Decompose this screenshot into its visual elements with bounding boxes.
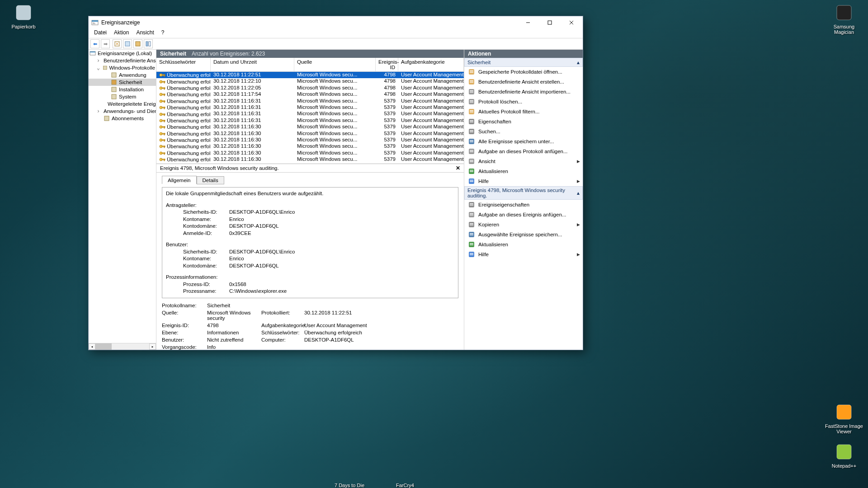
action-item[interactable]: Ausgewählte Ereignisse speichern... xyxy=(464,230,583,239)
svg-rect-123 xyxy=(470,244,473,245)
tree-horizontal-scrollbar[interactable]: ◂▸ xyxy=(89,343,156,350)
svg-rect-90 xyxy=(470,122,473,122)
table-row[interactable]: Überwachung erfolgre...30.12.2018 11:16:… xyxy=(156,111,464,117)
action-item[interactable]: Protokoll löschen... xyxy=(464,97,583,107)
tab-details[interactable]: Details xyxy=(197,176,224,184)
table-row[interactable]: Überwachung erfolgre...30.12.2018 11:16:… xyxy=(156,150,464,156)
svg-rect-80 xyxy=(470,90,473,91)
svg-rect-45 xyxy=(164,107,165,109)
faststone-icon xyxy=(834,402,854,422)
action-item[interactable]: Hilfe▶ xyxy=(464,249,583,259)
taskbar-item[interactable]: 7 Days to Die xyxy=(335,483,364,488)
col-eventid[interactable]: Ereignis-ID xyxy=(376,58,398,71)
maximize-button[interactable] xyxy=(540,16,559,29)
tab-general[interactable]: Allgemein xyxy=(162,176,197,184)
action-item[interactable]: Kopieren▶ xyxy=(464,220,583,230)
tree-root[interactable]: Ereignisanzeige (Lokal) xyxy=(89,50,156,57)
taskbar-item[interactable]: FarCry4 xyxy=(396,483,414,488)
menu-view[interactable]: Ansicht xyxy=(133,29,157,38)
action-item[interactable]: Aktualisieren xyxy=(464,166,583,176)
action-item[interactable]: Ereigniseigenschaften xyxy=(464,200,583,210)
menu-file[interactable]: Datei xyxy=(91,29,110,38)
action-item[interactable]: Aufgabe an dieses Protokoll anfügen... xyxy=(464,146,583,156)
action-icon xyxy=(468,158,475,165)
svg-rect-122 xyxy=(470,243,473,244)
detail-close-icon[interactable]: ✕ xyxy=(456,165,460,171)
tree-item[interactable]: Sicherheit xyxy=(89,79,156,86)
table-row[interactable]: Überwachung erfolgre...30.12.2018 11:16:… xyxy=(156,137,464,143)
expand-icon[interactable]: › xyxy=(97,108,100,114)
expand-icon[interactable]: ⌄ xyxy=(97,65,101,71)
menu-action[interactable]: Aktion xyxy=(111,29,132,38)
toolbar-btn-4[interactable] xyxy=(144,39,153,48)
desktop-icon-notepadpp[interactable]: Notepad++ xyxy=(825,442,863,469)
close-button[interactable] xyxy=(562,16,581,29)
action-item[interactable]: Hilfe▶ xyxy=(464,176,583,186)
table-row[interactable]: Überwachung erfolgre...30.12.2018 11:22:… xyxy=(156,85,464,91)
action-item[interactable]: Aktualisieren xyxy=(464,239,583,249)
table-row[interactable]: Überwachung erfolgre...30.12.2018 11:16:… xyxy=(156,156,464,163)
table-row[interactable]: Überwachung erfolgre...30.12.2018 11:16:… xyxy=(156,131,464,137)
action-item[interactable]: Eigenschaften xyxy=(464,117,583,127)
menu-help[interactable]: ? xyxy=(158,29,168,38)
tree-item[interactable]: Abonnements xyxy=(89,115,156,122)
svg-rect-108 xyxy=(470,181,473,182)
tree-item[interactable]: ⌄Windows-Protokolle xyxy=(89,64,156,71)
table-row[interactable]: Überwachung erfolgre...30.12.2018 11:16:… xyxy=(156,163,464,164)
table-row[interactable]: Überwachung erfolgre...30.12.2018 11:22:… xyxy=(156,78,464,84)
action-item[interactable]: Ansicht▶ xyxy=(464,156,583,166)
key-icon xyxy=(159,150,165,156)
svg-rect-87 xyxy=(470,112,473,113)
svg-rect-48 xyxy=(164,114,165,116)
forward-button[interactable]: ➡ xyxy=(101,39,110,48)
expand-icon[interactable]: › xyxy=(97,57,100,64)
table-row[interactable]: Überwachung erfolgre...30.12.2018 11:22:… xyxy=(156,72,464,78)
tree-item[interactable]: Anwendung xyxy=(89,71,156,79)
action-item[interactable]: Alle Ereignisse speichern unter... xyxy=(464,136,583,146)
action-item[interactable]: Benutzerdefinierte Ansicht erstellen... xyxy=(464,77,583,87)
grid-body[interactable]: Überwachung erfolgre...30.12.2018 11:22:… xyxy=(156,72,464,164)
svg-rect-78 xyxy=(470,82,473,83)
table-row[interactable]: Überwachung erfolgre...30.12.2018 11:16:… xyxy=(156,124,464,130)
tree-item[interactable]: Weitergeleitete Ereignisse xyxy=(89,100,156,108)
table-row[interactable]: Überwachung erfolgre...30.12.2018 11:16:… xyxy=(156,117,464,124)
tree-item[interactable]: Installation xyxy=(89,86,156,93)
tree-item[interactable]: System xyxy=(89,93,156,100)
desktop-icon-samsung-magician[interactable]: Samsung Magician xyxy=(825,3,863,35)
tree-item[interactable]: ›Benutzerdefinierte Ansichten xyxy=(89,57,156,64)
svg-rect-110 xyxy=(470,203,473,204)
svg-rect-111 xyxy=(470,205,473,206)
grid-header: Schlüsselwörter Datum und Uhrzeit Quelle… xyxy=(156,58,464,72)
col-keywords[interactable]: Schlüsselwörter xyxy=(156,58,211,71)
action-item[interactable]: Aufgabe an dieses Ereignis anfügen... xyxy=(464,210,583,220)
action-icon xyxy=(468,241,475,248)
tree-item[interactable]: ›Anwendungs- und Dienstprotokolle xyxy=(89,108,156,115)
table-row[interactable]: Überwachung erfolgre...30.12.2018 11:17:… xyxy=(156,91,464,98)
action-item[interactable]: Gespeicherte Protokolldatei öffnen... xyxy=(464,67,583,77)
actions-group-header[interactable]: Sicherheit▴ xyxy=(464,58,583,67)
back-button[interactable]: ⬅ xyxy=(90,39,99,48)
toolbar-btn-2[interactable] xyxy=(123,39,132,48)
svg-rect-81 xyxy=(470,92,473,93)
toolbar-btn-1[interactable] xyxy=(113,39,122,48)
action-item[interactable]: Aktuelles Protokoll filtern... xyxy=(464,107,583,117)
table-row[interactable]: Überwachung erfolgre...30.12.2018 11:16:… xyxy=(156,143,464,150)
desktop-icon-faststone[interactable]: FastStone Image Viewer xyxy=(825,402,863,434)
col-category[interactable]: Aufgabenkategorie xyxy=(398,58,464,71)
toolbar-btn-3[interactable] xyxy=(133,39,142,48)
table-row[interactable]: Überwachung erfolgre...30.12.2018 11:16:… xyxy=(156,98,464,104)
svg-rect-39 xyxy=(164,94,165,96)
svg-rect-14 xyxy=(136,42,140,46)
desktop-icon-recycle-bin[interactable]: Papierkorb xyxy=(5,3,42,29)
svg-rect-33 xyxy=(164,81,165,83)
minimize-button[interactable] xyxy=(519,16,538,29)
titlebar[interactable]: Ereignisanzeige xyxy=(89,16,583,29)
actions-group-header[interactable]: Ereignis 4798, Microsoft Windows securit… xyxy=(464,186,583,200)
log-icon xyxy=(111,86,117,93)
action-item[interactable]: Suchen... xyxy=(464,127,583,136)
table-row[interactable]: Überwachung erfolgre...30.12.2018 11:16:… xyxy=(156,104,464,111)
action-item[interactable]: Benutzerdefinierte Ansicht importieren..… xyxy=(464,87,583,97)
col-source[interactable]: Quelle xyxy=(294,58,376,71)
col-datetime[interactable]: Datum und Uhrzeit xyxy=(211,58,294,71)
menubar: Datei Aktion Ansicht ? xyxy=(89,29,583,38)
